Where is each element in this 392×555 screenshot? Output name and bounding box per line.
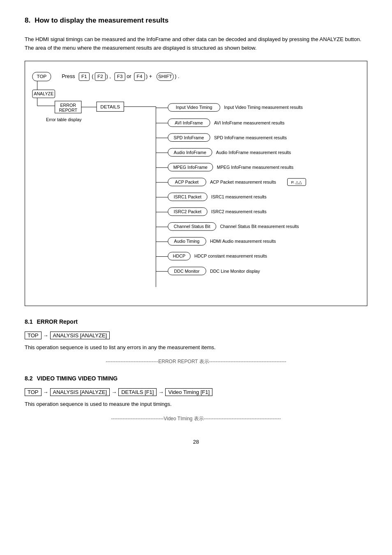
svg-text:ISRC1 measurement results: ISRC1 measurement results [211, 194, 267, 199]
svg-text:MPEG InfoFrame measurement res: MPEG InfoFrame measurement results [217, 164, 293, 169]
page-number: 28 [25, 439, 367, 445]
arrow-4: → [158, 389, 164, 395]
bc-analyze-2: ANALYSIS [ANALYZE] [50, 388, 110, 396]
svg-text:Audio Timing: Audio Timing [174, 239, 200, 244]
svg-text:HDCP constant measurement resu: HDCP constant measurement results [194, 253, 267, 258]
bc-videotiming: Video Timing [F1] [165, 388, 212, 396]
section81-header: 8.1 ERROR Report [25, 318, 367, 328]
svg-text:) .: ) . [175, 74, 179, 79]
svg-text:Channel Status Bit measurement: Channel Status Bit measurement results [220, 224, 299, 229]
svg-text:ISRC2 measurement results: ISRC2 measurement results [211, 209, 267, 214]
svg-text:P. △△: P. △△ [291, 180, 302, 184]
svg-text:F1: F1 [81, 74, 87, 79]
svg-text:) +: ) + [146, 74, 152, 79]
section82-header: 8.2 VIDEO TIMING VIDEO TIMING [25, 375, 367, 385]
svg-text:F3: F3 [117, 74, 123, 79]
svg-text:DDC Monitor: DDC Monitor [174, 268, 200, 273]
svg-text:ACP Packet measurement results: ACP Packet measurement results [210, 180, 276, 184]
svg-text:ACP Packet: ACP Packet [175, 180, 199, 184]
section82-breadcrumb: TOP → ANALYSIS [ANALYZE] → DETAILS [F1] … [25, 388, 367, 396]
svg-text:AVI InfoFrame measurement resu: AVI InfoFrame measurement results [214, 120, 284, 125]
section81-breadcrumb: TOP → ANALYSIS [ANALYZE] [25, 332, 367, 339]
section82-title: VIDEO TIMING VIDEO TIMING [37, 375, 118, 382]
svg-text:SPD InfoFrame measurement resu: SPD InfoFrame measurement results [214, 135, 287, 140]
svg-text:SPD InfoFrame: SPD InfoFrame [174, 135, 204, 140]
svg-text:Error table display: Error table display [46, 117, 82, 122]
svg-text:ISRC1 Packet: ISRC1 Packet [174, 194, 201, 199]
svg-text:(: ( [92, 74, 94, 79]
arrow-1: → [43, 332, 48, 339]
section8-number: 8. [25, 16, 30, 25]
bc-top-1: TOP [25, 332, 42, 339]
section8-intro: The HDMI signal timings can be measured … [25, 35, 367, 53]
svg-text:ERROR: ERROR [60, 102, 76, 107]
section8-header: 8. How to display the measurement result… [25, 16, 367, 30]
section81-number: 8.1 [25, 318, 32, 325]
svg-text:DETAILS: DETAILS [100, 104, 120, 109]
bc-top-2: TOP [25, 388, 42, 396]
svg-text:AVI InfoFrame: AVI InfoFrame [175, 120, 203, 125]
section81-title: ERROR Report [37, 318, 78, 325]
svg-text:F2: F2 [97, 74, 103, 79]
svg-text:Audio InfoFrame measurement re: Audio InfoFrame measurement results [216, 150, 291, 154]
svg-text:SHIFT: SHIFT [158, 74, 172, 79]
diagram-svg: TOP Press F1 ( F2 ) , F3 or F4 ) + SHIFT… [32, 68, 360, 298]
svg-text:) ,: ) , [106, 74, 111, 79]
svg-text:ANALYZE: ANALYZE [34, 91, 53, 96]
arrow-2: → [43, 389, 48, 395]
bc-analyze-1: ANALYSIS [ANALYZE] [50, 332, 110, 339]
svg-text:F4: F4 [137, 74, 143, 79]
svg-text:Channel Status Bit: Channel Status Bit [174, 224, 210, 229]
svg-text:TOP: TOP [37, 74, 46, 79]
section8-title: How to display the measurement results [35, 16, 168, 25]
bc-details: DETAILS [F1] [118, 388, 157, 396]
svg-text:MPEG InfoFrame: MPEG InfoFrame [173, 164, 208, 169]
svg-text:HDMI Audio measurement results: HDMI Audio measurement results [210, 239, 276, 244]
svg-text:Input Video Timing: Input Video Timing [176, 105, 212, 110]
arrow-3: → [111, 389, 117, 395]
section81-description: This operation sequence is used to list … [25, 343, 367, 352]
svg-text:or: or [127, 74, 131, 79]
svg-text:HDCP: HDCP [173, 253, 185, 258]
section81: 8.1 ERROR Report TOP → ANALYSIS [ANALYZE… [25, 318, 367, 366]
svg-text:ISRC2 Packet: ISRC2 Packet [174, 209, 201, 214]
section82-description: This operation sequence is used to measu… [25, 400, 367, 409]
svg-text:Audio InfoFrame: Audio InfoFrame [174, 150, 206, 154]
section82-number: 8.2 [25, 375, 32, 382]
menu-diagram: TOP Press F1 ( F2 ) , F3 or F4 ) + SHIFT… [25, 61, 367, 306]
section82-divider: --------------------------------Video TI… [25, 415, 367, 422]
svg-text:REPORT: REPORT [59, 108, 78, 113]
section81-divider: --------------------------------ERROR RE… [25, 358, 367, 365]
svg-text:DDC Line Monitor display: DDC Line Monitor display [210, 268, 260, 273]
section82: 8.2 VIDEO TIMING VIDEO TIMING TOP → ANAL… [25, 375, 367, 422]
svg-text:Input Video Timing measurement: Input Video Timing measurement results [224, 105, 303, 110]
svg-text:Press: Press [62, 74, 75, 79]
